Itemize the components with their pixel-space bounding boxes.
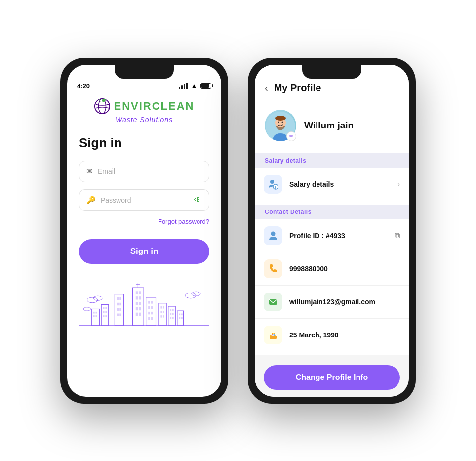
dob-item: 25 March, 1990 <box>255 319 409 351</box>
phone-profile: ‹ My Profile <box>248 58 416 404</box>
profile-id-label: Profile ID : #4933 <box>289 232 388 240</box>
svg-rect-59 <box>93 315 95 317</box>
svg-rect-58 <box>95 311 97 313</box>
svg-rect-6 <box>136 296 138 299</box>
svg-rect-21 <box>117 308 119 310</box>
svg-rect-52 <box>103 311 105 313</box>
svg-rect-7 <box>139 296 141 299</box>
svg-rect-65 <box>181 317 183 319</box>
svg-rect-39 <box>163 311 164 313</box>
svg-rect-40 <box>160 315 162 318</box>
logo-text: ENVIRCLEAN <box>114 100 194 113</box>
svg-rect-35 <box>159 303 166 325</box>
svg-rect-13 <box>139 312 141 315</box>
email-icon: ✉ <box>86 167 93 176</box>
svg-rect-54 <box>103 315 105 317</box>
contact-card-section: Profile ID : #4933 ⧉ 9998880000 <box>255 219 409 351</box>
svg-rect-43 <box>170 309 171 311</box>
profile-id-item: Profile ID : #4933 ⧉ <box>255 219 409 252</box>
svg-rect-27 <box>148 301 150 303</box>
svg-rect-80 <box>269 299 277 305</box>
logo-subtitle: Waste Solutions <box>116 116 173 124</box>
salary-item-label: Salary details <box>289 180 391 188</box>
svg-rect-62 <box>179 313 181 315</box>
salary-item[interactable]: $ Salary details › <box>255 168 409 201</box>
svg-rect-55 <box>105 315 107 317</box>
battery-icon <box>200 83 211 89</box>
phone-item: 9998880000 <box>255 252 409 286</box>
svg-point-75 <box>282 121 283 123</box>
svg-point-68 <box>185 293 196 298</box>
person-icon <box>268 230 278 241</box>
signin-title: Sign in <box>79 135 209 151</box>
svg-rect-53 <box>105 311 107 313</box>
svg-point-70 <box>83 307 90 310</box>
salary-icon-wrap: $ <box>264 175 282 194</box>
logo-globe-icon <box>94 98 111 115</box>
status-time: 4:20 <box>77 83 90 90</box>
svg-rect-64 <box>179 317 181 319</box>
svg-rect-34 <box>151 317 153 319</box>
svg-rect-48 <box>172 317 174 319</box>
user-name: Willum jain <box>304 120 354 131</box>
svg-point-66 <box>87 297 98 302</box>
city-illustration <box>79 279 209 328</box>
password-input[interactable]: 🔑 Password 👁 <box>79 189 209 211</box>
svg-rect-22 <box>119 308 121 310</box>
svg-rect-56 <box>91 309 99 325</box>
status-icons: ▲ <box>179 83 211 89</box>
avatar-wrap: ✏ <box>265 110 296 141</box>
svg-rect-23 <box>117 313 119 316</box>
signal-icon <box>179 83 188 89</box>
salary-chevron-icon: › <box>397 180 400 189</box>
svg-rect-8 <box>136 302 138 305</box>
phone-icon <box>268 264 278 274</box>
change-profile-button[interactable]: Change Profile Info <box>264 365 400 390</box>
svg-rect-44 <box>172 309 174 311</box>
svg-point-74 <box>278 121 279 123</box>
svg-rect-41 <box>163 315 164 318</box>
phone-icon-wrap <box>264 259 282 278</box>
profile-id-icon-wrap <box>264 226 282 245</box>
svg-rect-46 <box>172 313 174 315</box>
phone-number: 9998880000 <box>289 265 400 273</box>
email-icon <box>268 297 278 307</box>
svg-rect-19 <box>117 302 119 305</box>
svg-rect-50 <box>103 307 105 309</box>
svg-rect-42 <box>168 306 175 326</box>
svg-rect-4 <box>136 291 138 294</box>
eye-icon[interactable]: 👁 <box>194 196 202 205</box>
profile-page-title: My Profile <box>274 83 321 94</box>
svg-rect-29 <box>148 306 150 309</box>
svg-rect-18 <box>119 297 121 299</box>
signin-button[interactable]: Sign in <box>79 239 209 264</box>
notch2 <box>302 65 361 79</box>
key-icon: 🔑 <box>86 196 96 205</box>
svg-rect-5 <box>139 291 141 294</box>
cake-icon <box>268 330 278 340</box>
svg-rect-38 <box>160 311 162 313</box>
svg-point-73 <box>275 116 286 121</box>
profile-user-card: ✏ Willum jain <box>255 102 409 149</box>
svg-point-84 <box>272 333 273 334</box>
copy-icon[interactable]: ⧉ <box>395 231 400 240</box>
svg-rect-11 <box>139 307 141 310</box>
svg-rect-60 <box>95 315 97 317</box>
password-placeholder: Password <box>101 196 189 204</box>
back-button[interactable]: ‹ <box>265 83 268 94</box>
svg-rect-20 <box>119 302 121 305</box>
logo-area: ENVIRCLEAN Waste Solutions <box>79 98 209 124</box>
svg-rect-30 <box>151 306 153 309</box>
email-placeholder: Email <box>98 168 202 175</box>
dob-icon-wrap <box>264 326 282 344</box>
svg-rect-16 <box>115 294 123 325</box>
email-item: willumjain123@gmail.com <box>255 286 409 319</box>
avatar-edit-button[interactable]: ✏ <box>286 131 296 141</box>
email-input[interactable]: ✉ Email <box>79 161 209 182</box>
svg-rect-24 <box>119 313 121 316</box>
svg-rect-10 <box>136 307 138 310</box>
phone-signin: 4:20 ▲ <box>60 58 228 404</box>
forgot-password-link[interactable]: Forgot password? <box>79 218 209 225</box>
svg-text:$: $ <box>275 185 277 189</box>
svg-rect-12 <box>136 312 138 315</box>
